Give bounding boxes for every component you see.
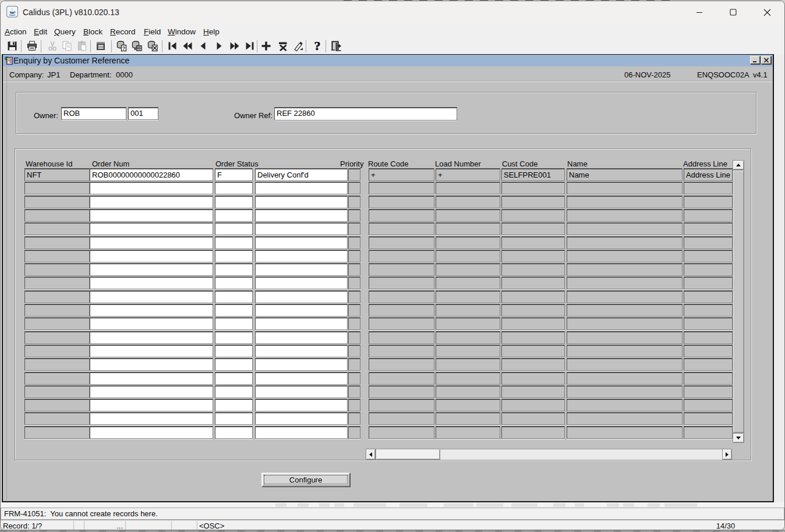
cell-order_num-row11[interactable] [90,304,213,317]
print-button[interactable] [26,40,38,52]
paste-button[interactable] [76,40,88,52]
lock-record-button[interactable] [292,40,304,52]
cell-status_desc-row18[interactable] [255,399,348,412]
exit-button[interactable] [330,40,342,52]
cell-status-row16[interactable] [215,372,253,385]
cell-status_desc-row10[interactable] [255,290,348,303]
cell-order_num-row3[interactable] [90,196,213,208]
cell-status_desc-row19[interactable] [255,412,348,425]
cell-status-row4[interactable] [215,209,253,222]
previous-record-button[interactable] [197,40,209,52]
cell-status_desc-row3[interactable] [255,196,348,208]
cell-status_desc-row13[interactable] [255,331,348,344]
cell-order_num-row16[interactable] [90,372,213,385]
cell-status-row12[interactable] [215,317,253,330]
cell-status_desc-row8[interactable] [255,263,348,276]
cell-order_num-row13[interactable] [90,331,213,344]
cell-status_desc-row5[interactable] [255,222,348,235]
cell-status_desc-row16[interactable] [255,372,348,385]
next-record-button[interactable] [213,40,225,52]
cell-status-row18[interactable] [215,399,253,412]
cancel-query-button[interactable] [147,40,158,52]
cell-status_desc-row6[interactable] [255,236,348,249]
cell-status-row8[interactable] [215,263,253,276]
first-record-button[interactable] [167,40,178,52]
cell-order_num-row15[interactable] [90,358,213,371]
cell-status-row17[interactable] [215,385,253,398]
help-button[interactable]: ? [312,40,323,52]
cell-status_desc-row17[interactable] [255,385,348,398]
cell-status-row7[interactable] [215,250,253,263]
cell-order_num-row20[interactable] [90,426,213,439]
cell-status_desc-row4[interactable] [255,209,348,222]
last-record-button[interactable] [244,40,256,52]
scroll-up-button[interactable] [733,160,744,170]
vertical-scrollbar-thumb[interactable] [733,170,744,433]
cell-order_num-row19[interactable] [90,412,213,425]
next-block-button[interactable] [229,40,241,52]
cell-order_num-row18[interactable] [90,399,213,412]
horizontal-scrollbar[interactable] [366,449,732,460]
menu-edit[interactable]: Edit [34,26,47,37]
cell-status-row9[interactable] [215,276,253,289]
execute-query-button[interactable] [131,40,143,52]
owner-ref-input[interactable]: REF 22860 [274,107,457,120]
cell-order_num-row5[interactable] [90,222,213,235]
cell-status-row19[interactable] [215,412,253,425]
vertical-scrollbar[interactable] [733,160,744,443]
menu-field[interactable]: Field [144,26,161,37]
cell-order_num-row8[interactable] [90,263,213,276]
cell-status_desc-row2[interactable] [255,182,348,194]
cell-status_desc-row9[interactable] [255,276,348,289]
minimize-button[interactable] [686,1,713,23]
cell-status_desc-row14[interactable] [255,345,348,357]
cell-order_num-row14[interactable] [90,345,213,357]
cell-status-row11[interactable] [215,304,253,317]
copy-button[interactable] [61,40,73,52]
menu-block[interactable]: Block [83,26,102,37]
save-button[interactable] [6,40,18,52]
editor-button[interactable] [95,40,107,52]
menu-help[interactable]: Help [203,26,220,37]
cell-status-row2[interactable] [215,182,253,194]
cell-order_num-row1[interactable]: ROB00000000000022860 [90,168,213,181]
owner-input[interactable]: ROB [61,107,126,120]
cut-button[interactable] [47,40,58,52]
cell-order_num-row2[interactable] [90,182,213,194]
cell-status-row13[interactable] [215,331,253,344]
cell-status_desc-row12[interactable] [255,317,348,330]
enter-query-button[interactable]: ? [116,40,128,52]
configure-button[interactable]: Configure [261,473,350,487]
cell-status_desc-row7[interactable] [255,250,348,263]
cell-status-row6[interactable] [215,236,253,249]
cell-status_desc-row15[interactable] [255,358,348,371]
cell-order_num-row17[interactable] [90,385,213,398]
cell-status-row5[interactable] [215,222,253,235]
menu-record[interactable]: Record [110,26,136,37]
cell-order_num-row12[interactable] [90,317,213,330]
cell-status-row3[interactable] [215,196,253,208]
scroll-left-button[interactable] [366,449,376,460]
close-button[interactable] [754,1,780,23]
scroll-right-button[interactable] [722,449,732,460]
maximize-button[interactable] [720,1,747,23]
cell-order_num-row7[interactable] [90,250,213,263]
cell-order_num-row9[interactable] [90,276,213,289]
cell-order_num-row10[interactable] [90,290,213,303]
cell-order_num-row4[interactable] [90,209,213,222]
cell-status-row20[interactable] [215,426,253,439]
delete-record-button[interactable] [277,40,289,52]
owner-suffix-input[interactable]: 001 [128,107,158,120]
cell-status-row1[interactable]: F [215,168,253,181]
cell-status-row14[interactable] [215,345,253,357]
cell-status-row15[interactable] [215,358,253,371]
scroll-down-button[interactable] [733,433,744,443]
previous-block-button[interactable] [182,40,193,52]
cell-order_num-row6[interactable] [90,236,213,249]
insert-record-button[interactable] [260,40,272,52]
menu-query[interactable]: Query [54,26,76,37]
cell-status-row10[interactable] [215,290,253,303]
cell-status_desc-row20[interactable] [255,426,348,439]
menu-action[interactable]: Action [5,26,27,37]
horizontal-scrollbar-thumb[interactable] [376,449,440,460]
